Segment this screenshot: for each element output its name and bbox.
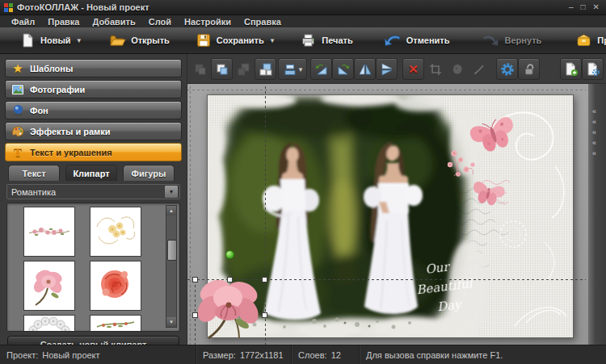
- clipart-thumb-floral-garland[interactable]: [23, 207, 75, 257]
- rotate-left-button[interactable]: [310, 58, 332, 80]
- clipart-category-select[interactable]: Романтика ▾: [6, 184, 180, 199]
- clipart-scrollbar[interactable]: ▲ ▼: [166, 205, 177, 328]
- save-dropdown-arrow[interactable]: ▾: [271, 36, 275, 44]
- selection-handle-mid-right[interactable]: [262, 312, 267, 318]
- selection-guide-horizontal: [187, 279, 586, 280]
- size-label: Размер:: [203, 350, 236, 360]
- status-layers: Слоев: 12: [292, 345, 360, 364]
- clipart-thumb-pink-blossom[interactable]: [23, 261, 75, 311]
- clipart-thumb-floral-sprig[interactable]: [90, 315, 141, 332]
- send-backward-button[interactable]: [189, 58, 211, 80]
- chevron-left-icon[interactable]: «: [592, 108, 596, 115]
- scroll-down-button[interactable]: ▼: [166, 317, 176, 327]
- layers-value: 12: [331, 350, 341, 360]
- flip-vertical-button[interactable]: [376, 58, 398, 80]
- selection-handle-mid-left[interactable]: [192, 312, 198, 318]
- chevron-left-icon[interactable]: «: [592, 129, 596, 136]
- print-button[interactable]: Печать: [293, 31, 359, 50]
- programs-button[interactable]: Программы ▾: [569, 31, 606, 50]
- pen-button[interactable]: [468, 58, 490, 80]
- bring-to-front-button[interactable]: [255, 58, 276, 80]
- crop-button[interactable]: [424, 58, 446, 80]
- selection-handle-top-right[interactable]: [262, 277, 267, 282]
- chevron-left-icon[interactable]: «: [592, 140, 596, 147]
- canvas-toolbar: ▾ ✕: [187, 54, 606, 84]
- align-dropdown-arrow[interactable]: ▾: [299, 65, 303, 73]
- clipart-list: ▲ ▼: [6, 203, 180, 332]
- sidebar-item-effects[interactable]: Эффекты и рамки: [5, 122, 182, 140]
- canvas-workarea[interactable]: Our Beautiful Day: [187, 84, 606, 345]
- selection-handle-top-left[interactable]: [192, 277, 198, 282]
- scroll-up-button[interactable]: ▲: [166, 206, 176, 215]
- collapsed-panel-strip[interactable]: « « « « «: [588, 84, 606, 345]
- delete-button[interactable]: ✕: [402, 58, 424, 80]
- open-folder-icon: [108, 32, 126, 48]
- palette-icon: [11, 125, 24, 138]
- page-settings-button[interactable]: [582, 58, 604, 80]
- send-to-back-button[interactable]: [233, 58, 255, 80]
- selection-handle-top-mid[interactable]: [227, 277, 233, 282]
- minimize-button[interactable]: –: [569, 3, 574, 11]
- selected-flower-clipart[interactable]: [192, 274, 267, 342]
- delete-x-icon: ✕: [408, 62, 419, 77]
- unlock-icon: [522, 62, 537, 77]
- printer-icon: [300, 32, 317, 48]
- select-dropdown-arrow[interactable]: ▾: [164, 185, 179, 199]
- left-sidebar: ★ Шаблоны Фотографии: [0, 54, 187, 345]
- chevron-left-icon[interactable]: «: [592, 150, 596, 157]
- tab-shapes[interactable]: Фигуры: [123, 165, 175, 181]
- redo-button[interactable]: Вернуть: [475, 31, 548, 50]
- clipart-thumb-white-flower-arc[interactable]: [23, 315, 75, 332]
- menu-layer[interactable]: Слой: [142, 17, 178, 27]
- main-toolbar: Новый ▾ Открыть Сохранить ▾: [0, 27, 606, 54]
- clipart-thumb-coral-rose[interactable]: [90, 261, 141, 311]
- maximize-button[interactable]: □: [581, 3, 586, 11]
- menu-add[interactable]: Добавить: [86, 17, 141, 27]
- align-button[interactable]: ▾: [278, 58, 307, 80]
- app-window: ФотоКОЛЛАЖ - Новый проект – □ ✕ Файл Пра…: [0, 0, 606, 364]
- rotate-handle[interactable]: [225, 250, 234, 259]
- text-tool-icon: T: [11, 146, 24, 159]
- layers-label: Слоев:: [298, 350, 327, 360]
- sidebar-item-photos[interactable]: Фотографии: [5, 80, 182, 98]
- tab-text[interactable]: Текст: [8, 165, 60, 181]
- app-icon: [3, 2, 13, 12]
- guide-line-left: [190, 84, 191, 345]
- undo-button[interactable]: Отменить: [377, 31, 457, 50]
- save-button[interactable]: Сохранить ▾: [189, 31, 280, 50]
- bring-forward-button[interactable]: [211, 58, 233, 80]
- menu-settings[interactable]: Настройки: [178, 17, 238, 27]
- sidebar-item-background[interactable]: Фон: [5, 101, 182, 119]
- close-button[interactable]: ✕: [593, 3, 600, 11]
- menu-help[interactable]: Справка: [238, 17, 288, 27]
- decoration-tabs: Текст Клипарт Фигуры: [8, 165, 180, 181]
- project-label: Проект:: [6, 350, 38, 360]
- new-dropdown-arrow[interactable]: ▾: [78, 36, 82, 44]
- undo-icon: [384, 32, 402, 48]
- settings-button[interactable]: [496, 58, 518, 80]
- rotate-right-button[interactable]: [332, 58, 354, 80]
- menu-file[interactable]: Файл: [5, 17, 41, 27]
- mask-button[interactable]: [446, 58, 468, 80]
- help-text: Для вызова справки нажмите F1.: [366, 350, 503, 360]
- project-value: Новый проект: [42, 350, 99, 360]
- flip-horizontal-button[interactable]: [354, 58, 376, 80]
- title-bar[interactable]: ФотоКОЛЛАЖ - Новый проект – □ ✕: [0, 0, 606, 15]
- add-page-button[interactable]: [560, 58, 582, 80]
- guide-line-top: [187, 90, 586, 90]
- sidebar-item-text-decorations[interactable]: T Текст и украшения: [5, 143, 182, 161]
- new-page-icon: [19, 32, 36, 48]
- tab-clipart[interactable]: Клипарт: [65, 165, 117, 181]
- new-button[interactable]: Новый ▾: [13, 31, 87, 50]
- menu-bar: Файл Правка Добавить Слой Настройки Спра…: [0, 15, 606, 27]
- lock-button[interactable]: [518, 58, 540, 80]
- chevron-left-icon[interactable]: «: [592, 119, 596, 126]
- size-value: 1772x1181: [240, 350, 284, 360]
- menu-edit[interactable]: Правка: [41, 17, 86, 27]
- clipart-thumb-cream-flowers[interactable]: [90, 207, 141, 257]
- scrollbar-thumb[interactable]: [167, 240, 177, 261]
- programs-icon: [575, 32, 592, 48]
- open-button[interactable]: Открыть: [102, 31, 176, 50]
- sidebar-item-templates[interactable]: ★ Шаблоны: [5, 59, 182, 77]
- status-size: Размер: 1772x1181: [196, 345, 292, 364]
